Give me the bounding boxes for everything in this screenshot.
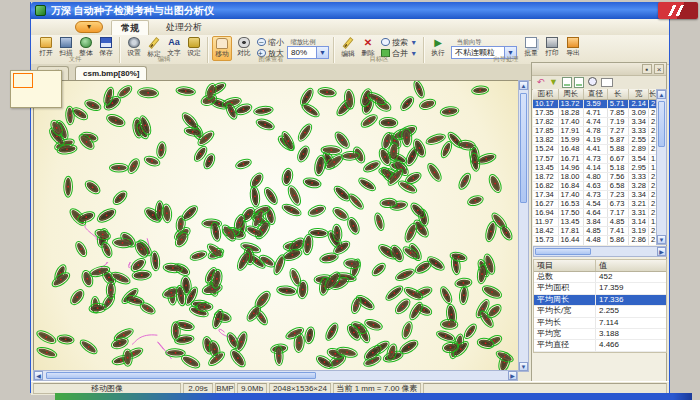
cell: 平均宽 — [534, 329, 596, 339]
image-vertical-scrollbar[interactable]: ▲ ▼ — [518, 80, 529, 372]
table-row[interactable]: 18.4217.814.857.413.192.32 — [533, 227, 656, 236]
undo-icon[interactable]: ↶ — [535, 77, 546, 87]
summary-row[interactable]: 总数452 — [534, 272, 666, 283]
table-row[interactable]: 18.7218.004.807.563.332.27 — [533, 173, 656, 182]
printer-icon — [546, 37, 558, 48]
navigator-view-rect[interactable] — [13, 73, 33, 88]
tab-general[interactable]: 常规 — [111, 20, 149, 36]
table-row[interactable]: 17.8517.914.787.273.332.18 — [533, 127, 656, 136]
table-row[interactable]: 17.8217.404.747.193.342.15 — [533, 118, 656, 127]
summary-row[interactable]: 平均长7.114 — [534, 318, 666, 329]
scroll-down-icon[interactable]: ▼ — [657, 235, 666, 244]
table-row[interactable]: 10.1713.723.595.712.142.67 — [533, 100, 656, 109]
table-row[interactable]: 17.5716.714.736.673.541.88 — [533, 155, 656, 164]
scrollbar-thumb[interactable] — [46, 372, 316, 379]
cell: 4.54 — [584, 200, 608, 208]
title-bar[interactable]: 万深 自动种子检测考种与出图分析仪 — [31, 2, 669, 19]
scroll-right-icon[interactable]: ▶ — [508, 371, 517, 380]
export-button[interactable]: 导出 — [563, 36, 583, 61]
cell: 2.14 — [629, 100, 649, 108]
cell: 16.94 — [533, 209, 559, 217]
table-row[interactable]: 16.9417.504.647.173.312.17 — [533, 209, 656, 218]
column-header[interactable]: 面积 — [533, 89, 559, 99]
cell: 平均面积 — [534, 283, 596, 293]
cell: 7.17 — [608, 209, 630, 217]
region-icon[interactable] — [601, 78, 613, 87]
text-icon: Aa — [168, 37, 180, 48]
table-row[interactable]: 16.8216.844.636.583.282.01 — [533, 182, 656, 191]
navigator-thumbnail[interactable] — [10, 70, 62, 108]
search-target-button[interactable]: 搜索 ▼ — [381, 37, 417, 48]
cell: 4.73 — [584, 155, 608, 163]
print-button[interactable]: 打印 — [542, 36, 562, 61]
hand-icon — [216, 38, 228, 49]
table-row[interactable]: 15.7316.444.485.862.862.05 — [533, 236, 656, 245]
copy-report-icon[interactable] — [574, 77, 584, 88]
group-separator — [207, 37, 209, 63]
summary-row[interactable]: 平均面积17.359 — [534, 283, 666, 294]
table-row[interactable]: 15.2416.484.415.882.892.03 — [533, 145, 656, 154]
cell: 平均长/宽 — [534, 306, 596, 316]
image-viewport — [33, 80, 519, 372]
cell: 2.01 — [649, 182, 656, 190]
pencil-icon — [343, 37, 354, 49]
document-tab-bar: 预览 csm.bmp[80%] — [31, 64, 531, 81]
table-vertical-scrollbar[interactable]: ▲ ▼ — [656, 89, 667, 245]
scroll-left-icon[interactable]: ◀ — [34, 371, 43, 380]
scroll-up-icon[interactable]: ▲ — [519, 81, 528, 90]
table-row[interactable]: 17.3417.404.737.233.342.16 — [533, 191, 656, 200]
cell: 13.72 — [559, 100, 585, 108]
filter-icon[interactable]: ▼ — [548, 77, 559, 87]
column-header[interactable]: 宽 — [629, 89, 649, 99]
app-menu-button[interactable]: ▾ — [75, 21, 103, 33]
scrollbar-thumb[interactable] — [520, 93, 527, 203]
cell: 2.32 — [649, 227, 656, 235]
table-row[interactable]: 13.4514.964.145.182.951.76 — [533, 164, 656, 173]
pin-panel-button[interactable]: ▪ — [642, 64, 652, 74]
scrollbar-thumb[interactable] — [535, 248, 591, 255]
summary-row[interactable]: 平均周长17.336 — [534, 295, 666, 306]
cell: 17.81 — [559, 227, 585, 235]
cell: 平均长 — [534, 318, 596, 328]
cell: 13.45 — [533, 164, 559, 172]
scroll-down-icon[interactable]: ▼ — [519, 362, 528, 371]
execute-button[interactable]: ▶执行 — [428, 36, 448, 61]
scrollbar-thumb[interactable] — [658, 101, 665, 147]
summary-row[interactable]: 平均长/宽2.255 — [534, 306, 666, 317]
cell: 1.54 — [649, 218, 656, 226]
scroll-up-icon[interactable]: ▲ — [657, 90, 666, 99]
table-row[interactable]: 17.3518.284.717.853.092.54 — [533, 109, 656, 118]
table-row[interactable]: 11.9713.453.844.853.141.54 — [533, 218, 656, 227]
scroll-right-icon[interactable]: ▶ — [657, 247, 666, 256]
cell: 3.21 — [629, 200, 649, 208]
tab-current-image[interactable]: csm.bmp[80%] — [75, 66, 147, 81]
app-window: 万深 自动种子检测考种与出图分析仪 ▾ 常规 处理分析 打开 扫描 整体 保存 … — [30, 2, 670, 393]
cell: 2.18 — [649, 127, 656, 135]
key-icon — [188, 37, 200, 48]
report-icon[interactable] — [562, 77, 572, 88]
table-horizontal-scrollbar[interactable]: ▶ — [533, 246, 667, 257]
cell: 5.18 — [608, 164, 630, 172]
table-row[interactable]: 13.8215.994.195.872.552.30 — [533, 136, 656, 145]
summary-row[interactable]: 平均宽3.188 — [534, 329, 666, 340]
group-label-image-view: 图像查看 — [244, 55, 298, 64]
cell: 3.59 — [584, 100, 608, 108]
column-header[interactable]: 直径 — [584, 89, 608, 99]
column-header[interactable]: 长 — [608, 89, 630, 99]
move-button[interactable]: 移动 — [212, 36, 232, 61]
specimen-image[interactable] — [34, 81, 518, 371]
column-header[interactable]: 长/宽 — [649, 89, 656, 99]
magnifier-icon[interactable] — [588, 77, 597, 86]
cell: 16.27 — [533, 200, 559, 208]
column-header[interactable]: 周长 — [559, 89, 585, 99]
close-panel-button[interactable]: × — [654, 64, 664, 74]
group-label-edit: 编辑 — [137, 55, 191, 64]
taskbar-strip[interactable] — [55, 393, 692, 400]
summary-row[interactable]: 平均直径4.466 — [534, 340, 666, 351]
table-row[interactable]: 16.2716.534.546.733.212.10 — [533, 200, 656, 209]
cell: 3.09 — [629, 109, 649, 117]
tab-process-analysis[interactable]: 处理分析 — [157, 20, 211, 35]
image-horizontal-scrollbar[interactable]: ◀ ▶ — [33, 370, 518, 381]
zoom-out-button[interactable]: 缩小 — [257, 37, 284, 48]
cell: 6.67 — [608, 155, 630, 163]
